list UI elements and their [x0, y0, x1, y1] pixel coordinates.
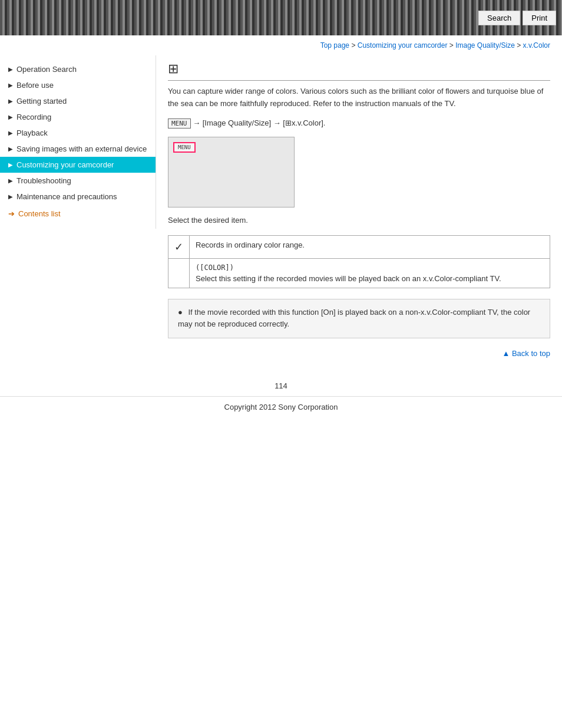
search-button[interactable]: Search — [478, 11, 520, 25]
back-to-top-link[interactable]: ▲ Back to top — [502, 349, 550, 358]
sidebar: Operation Search Before use Getting star… — [0, 55, 156, 229]
sidebar-item-label: Customizing your camcorder — [16, 160, 114, 169]
table-sub-description: Select this setting if the recorded movi… — [196, 274, 501, 283]
sidebar-item-before-use[interactable]: Before use — [0, 77, 156, 93]
sidebar-item-recording[interactable]: Recording — [0, 109, 156, 125]
sidebar-item-label: Before use — [16, 81, 54, 90]
check-cell-empty — [168, 258, 190, 288]
sidebar-arrow-icon — [8, 114, 13, 120]
sidebar-item-customizing[interactable]: Customizing your camcorder — [0, 157, 156, 173]
copyright-text: Copyright 2012 Sony Corporation — [224, 403, 338, 411]
breadcrumb-customizing[interactable]: Customizing your camcorder — [358, 41, 448, 50]
breadcrumb-xvcolor[interactable]: x.v.Color — [523, 41, 550, 50]
page-layout: Operation Search Before use Getting star… — [0, 55, 562, 375]
main-content: ⊞ You can capture wider range of colors.… — [156, 55, 562, 375]
sidebar-arrow-icon — [8, 146, 13, 152]
sidebar-item-label: Operation Search — [16, 65, 77, 74]
menu-key: MENU — [168, 118, 191, 129]
menu-instruction-text: → [Image Quality/Size] → [⊞x.v.Color]. — [193, 118, 325, 127]
breadcrumb-image-quality[interactable]: Image Quality/Size — [455, 41, 515, 50]
sidebar-item-playback[interactable]: Playback — [0, 125, 156, 141]
note-text: If the movie recorded with this function… — [178, 308, 530, 329]
contents-link-label: Contents list — [18, 209, 61, 218]
breadcrumb: Top page > Customizing your camcorder > … — [0, 35, 562, 55]
sidebar-arrow-icon — [8, 130, 13, 136]
table-row: ([COLOR]) Select this setting if the rec… — [168, 258, 550, 288]
header: Search Print — [0, 0, 562, 35]
footer: Copyright 2012 Sony Corporation — [0, 396, 562, 417]
back-to-top[interactable]: ▲ Back to top — [168, 349, 550, 358]
sidebar-item-label: Troubleshooting — [16, 176, 71, 185]
arrow-right-icon: ➔ — [8, 209, 15, 218]
sidebar-arrow-icon — [8, 82, 13, 88]
sidebar-arrow-icon — [8, 177, 13, 184]
sidebar-item-getting-started[interactable]: Getting started — [0, 93, 156, 109]
sidebar-item-label: Maintenance and precautions — [16, 192, 117, 201]
sidebar-item-label: Recording — [16, 113, 51, 121]
options-table: ✓ Records in ordinary color range. ([COL… — [168, 235, 550, 288]
sidebar-item-label: Getting started — [16, 97, 67, 106]
page-number: 114 — [0, 375, 562, 396]
table-description-2: ([COLOR]) Select this setting if the rec… — [190, 258, 550, 288]
print-button[interactable]: Print — [523, 11, 556, 25]
sidebar-item-troubleshooting[interactable]: Troubleshooting — [0, 173, 156, 189]
sidebar-arrow-icon — [8, 66, 13, 73]
sidebar-item-operation-search[interactable]: Operation Search — [0, 61, 156, 77]
sidebar-arrow-icon — [8, 98, 13, 104]
table-row: ✓ Records in ordinary color range. — [168, 235, 550, 258]
page-icon: ⊞ — [168, 61, 550, 81]
color-label: ([COLOR]) — [196, 263, 544, 272]
bullet-icon: ● — [178, 308, 183, 317]
menu-small-label: MENU — [173, 142, 196, 153]
select-text: Select the desired item. — [168, 216, 550, 225]
menu-instruction: MENU → [Image Quality/Size] → [⊞x.v.Colo… — [168, 118, 550, 129]
sidebar-item-label: Saving images with an external device — [16, 144, 147, 153]
screenshot-box: MENU — [168, 137, 295, 207]
sidebar-arrow-icon — [8, 193, 13, 200]
sidebar-item-maintenance[interactable]: Maintenance and precautions — [0, 189, 156, 205]
sidebar-item-label: Playback — [16, 129, 48, 137]
sidebar-arrow-icon — [8, 162, 13, 168]
contents-list-link[interactable]: ➔ Contents list — [0, 205, 156, 223]
table-description-1: Records in ordinary color range. — [190, 235, 550, 258]
sidebar-item-saving-images[interactable]: Saving images with an external device — [0, 141, 156, 157]
body-text: You can capture wider range of colors. V… — [168, 85, 550, 110]
check-cell: ✓ — [168, 235, 190, 258]
breadcrumb-top[interactable]: Top page — [320, 41, 349, 50]
note-box: ● If the movie recorded with this functi… — [168, 299, 550, 339]
